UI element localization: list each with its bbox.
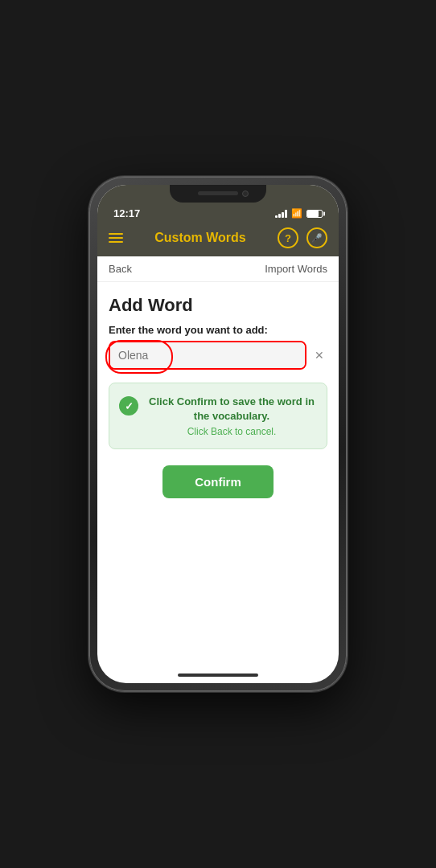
success-main-text: Click Confirm to save the word in the vo… <box>146 395 317 424</box>
main-content: Add Word Enter the word you want to add:… <box>97 282 339 511</box>
confirm-button[interactable]: Confirm <box>162 465 274 498</box>
camera <box>242 190 249 197</box>
success-sub-text: Click Back to cancel. <box>146 426 317 437</box>
home-indicator <box>178 674 258 677</box>
check-icon-circle: ✓ <box>119 396 138 416</box>
page-title: Custom Words <box>154 231 245 245</box>
input-label: Enter the word you want to add: <box>109 324 327 336</box>
mic-button[interactable]: 🎤 <box>306 227 327 248</box>
success-banner: ✓ Click Confirm to save the word in the … <box>109 383 327 449</box>
notch <box>170 185 266 203</box>
signal-icon <box>275 210 287 218</box>
success-text-block: Click Confirm to save the word in the vo… <box>146 395 317 437</box>
back-button[interactable]: Back <box>109 263 132 275</box>
check-icon: ✓ <box>125 400 134 412</box>
battery-icon <box>306 210 323 218</box>
add-word-heading: Add Word <box>109 295 327 316</box>
word-input[interactable] <box>110 342 305 368</box>
action-bar: Back Import Words <box>97 256 339 282</box>
nav-icons: ? 🎤 <box>278 227 327 248</box>
word-input-wrapper <box>109 341 306 370</box>
phone-screen: 12:17 📶 Custom Words ? <box>97 185 339 683</box>
clear-input-button[interactable]: ✕ <box>311 346 327 365</box>
phone-frame: 12:17 📶 Custom Words ? <box>89 177 347 691</box>
close-icon: ✕ <box>315 349 324 362</box>
import-words-button[interactable]: Import Words <box>265 263 327 275</box>
input-row: ✕ <box>109 341 327 370</box>
wifi-icon: 📶 <box>291 208 302 219</box>
speaker <box>198 191 238 195</box>
nav-bar: Custom Words ? 🎤 <box>97 224 339 256</box>
menu-button[interactable] <box>109 233 123 243</box>
help-button[interactable]: ? <box>278 227 298 248</box>
status-time: 12:17 <box>113 207 140 219</box>
status-icons: 📶 <box>275 208 323 219</box>
